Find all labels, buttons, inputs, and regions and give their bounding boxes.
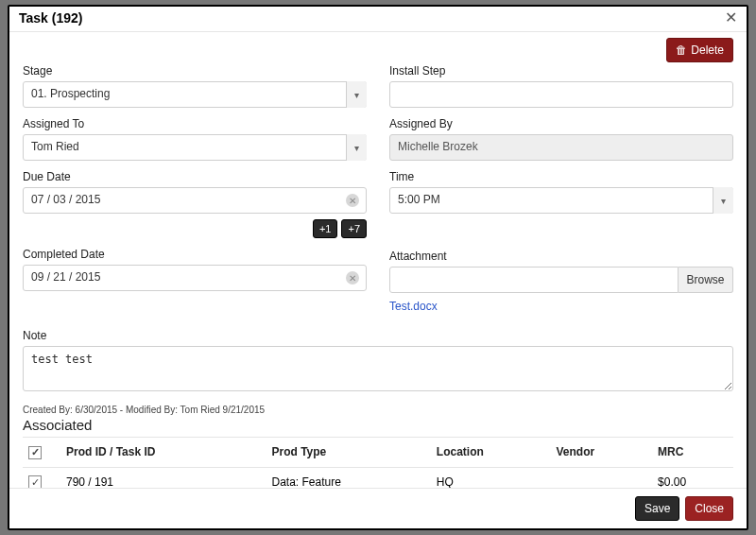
trash-icon: 🗑 [676, 43, 687, 57]
save-button[interactable]: Save [635, 496, 679, 521]
assigned-to-label: Assigned To [23, 117, 367, 130]
cell-mrc: $0.00 [652, 467, 733, 488]
clear-due-date-icon[interactable]: ✕ [346, 194, 359, 207]
table-row: ✓ 790 / 191 Data: Feature HQ $0.00 [23, 467, 733, 488]
cell-prod-task: 790 / 191 [60, 467, 266, 488]
row-checkbox[interactable]: ✓ [28, 475, 42, 488]
assigned-by-label: Assigned By [389, 117, 733, 130]
delete-button[interactable]: 🗑 Delete [666, 38, 733, 62]
modal-body: 🗑 Delete Stage 01. Prospecting ▾ Assigne… [9, 32, 747, 488]
cell-prod-type: Data: Feature [266, 467, 430, 488]
col-prod-type: Prod Type [266, 438, 430, 468]
time-label: Time [389, 170, 733, 183]
table-header-row: ✓ Prod ID / Task ID Prod Type Location V… [23, 438, 733, 468]
chevron-down-icon[interactable]: ▾ [346, 134, 367, 161]
associated-table: ✓ Prod ID / Task ID Prod Type Location V… [23, 437, 733, 488]
chevron-down-icon[interactable]: ▾ [346, 81, 367, 108]
meta-line: Created By: 6/30/2015 - Modified By: Tom… [23, 405, 733, 415]
completed-date-field[interactable]: 09 / 21 / 2015 [23, 265, 367, 291]
stage-label: Stage [23, 64, 367, 78]
clear-completed-date-icon[interactable]: ✕ [346, 271, 359, 285]
attachment-label: Attachment [389, 250, 733, 263]
left-column: Stage 01. Prospecting ▾ Assigned To Tom … [23, 64, 367, 323]
modal-topbar: 🗑 Delete [23, 38, 733, 64]
col-prod-task: Prod ID / Task ID [60, 438, 266, 468]
due-date-field[interactable]: 07 / 03 / 2015 [23, 187, 367, 214]
modal-title: Task (192) [19, 10, 82, 26]
completed-date-label: Completed Date [23, 248, 367, 261]
col-mrc: MRC [652, 438, 733, 468]
plus-7-button[interactable]: +7 [341, 219, 367, 238]
time-select[interactable]: 5:00 PM [389, 187, 733, 214]
modal-header: Task (192) ✕ [9, 7, 747, 32]
chevron-down-icon[interactable]: ▾ [713, 187, 733, 214]
assigned-to-select[interactable]: Tom Ried [23, 134, 367, 161]
attachment-field[interactable] [389, 267, 679, 293]
right-column: Install Step Assigned By Michelle Brozek… [389, 64, 733, 323]
delete-label: Delete [691, 43, 724, 57]
note-textarea[interactable] [23, 346, 733, 391]
col-vendor: Vendor [551, 438, 653, 468]
browse-button[interactable]: Browse [679, 267, 733, 293]
note-label: Note [23, 329, 733, 342]
install-step-label: Install Step [389, 64, 733, 78]
close-button[interactable]: Close [685, 496, 733, 521]
header-checkbox[interactable]: ✓ [28, 446, 42, 459]
modal-footer: Save Close [9, 488, 747, 528]
cell-location: HQ [431, 467, 551, 488]
stage-select[interactable]: 01. Prospecting [23, 81, 367, 108]
assigned-by-field: Michelle Brozek [389, 134, 733, 161]
due-date-label: Due Date [23, 170, 367, 183]
install-step-field[interactable] [389, 81, 733, 108]
plus-1-button[interactable]: +1 [313, 219, 338, 238]
attachment-link[interactable]: Test.docx [389, 300, 438, 313]
task-modal: Task (192) ✕ 🗑 Delete Stage 01. Prospect… [8, 5, 748, 530]
close-icon[interactable]: ✕ [725, 10, 737, 26]
col-location: Location [431, 438, 551, 468]
associated-heading: Associated [23, 417, 733, 433]
cell-vendor [551, 467, 653, 488]
